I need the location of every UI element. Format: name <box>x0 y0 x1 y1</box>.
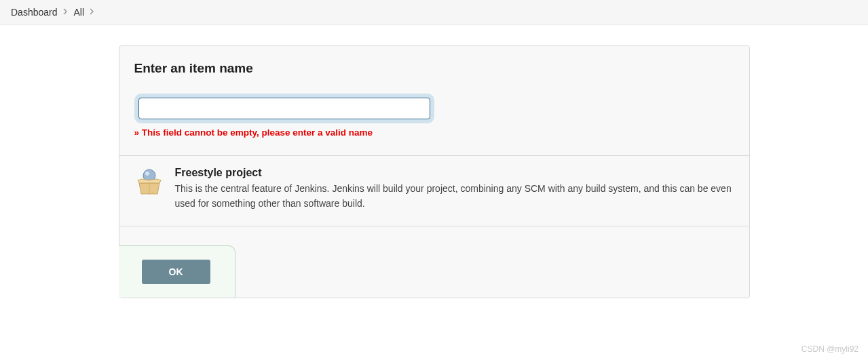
input-focus-ring <box>134 94 434 123</box>
breadcrumb-all[interactable]: All <box>74 7 85 18</box>
breadcrumb-dashboard[interactable]: Dashboard <box>11 7 58 18</box>
ok-button[interactable]: OK <box>142 260 210 284</box>
chevron-right-icon <box>90 7 95 17</box>
item-name-input[interactable] <box>138 98 430 119</box>
breadcrumb: Dashboard All <box>0 0 868 25</box>
new-item-form: Enter an item name » This field cannot b… <box>119 45 750 298</box>
name-section: Enter an item name » This field cannot b… <box>119 46 749 156</box>
project-type-info: Freestyle project This is the central fe… <box>175 167 734 211</box>
svg-point-1 <box>145 172 149 176</box>
section-title: Enter an item name <box>134 61 734 76</box>
validation-error: » This field cannot be empty, please ent… <box>134 127 734 138</box>
project-type-title: Freestyle project <box>175 167 734 179</box>
freestyle-project-icon <box>134 167 164 197</box>
project-type-freestyle[interactable]: Freestyle project This is the central fe… <box>119 156 749 226</box>
project-type-description: This is the central feature of Jenkins. … <box>175 182 734 211</box>
form-footer: OK <box>119 245 235 298</box>
chevron-right-icon <box>63 7 69 17</box>
